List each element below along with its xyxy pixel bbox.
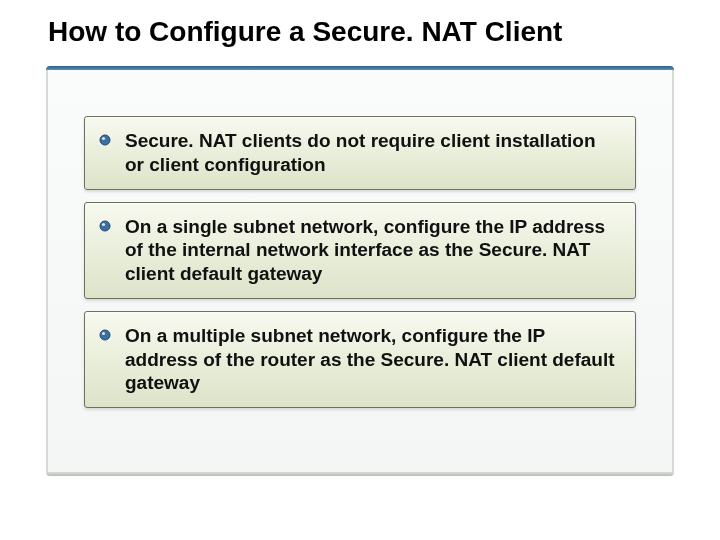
svg-point-1 — [102, 137, 105, 140]
svg-point-3 — [102, 222, 105, 225]
list-item-text: On a single subnet network, configure th… — [125, 216, 605, 285]
svg-point-0 — [100, 135, 110, 145]
bullet-icon — [99, 220, 111, 232]
slide: How to Configure a Secure. NAT Client Se… — [0, 0, 720, 540]
list-item: On a multiple subnet network, configure … — [84, 311, 636, 408]
list-item: Secure. NAT clients do not require clien… — [84, 116, 636, 190]
panel-border-left — [46, 70, 48, 472]
svg-point-5 — [102, 332, 105, 335]
list-item-text: On a multiple subnet network, configure … — [125, 325, 615, 394]
list-item-text: Secure. NAT clients do not require clien… — [125, 130, 596, 175]
svg-point-4 — [100, 330, 110, 340]
content-panel: Secure. NAT clients do not require clien… — [46, 66, 674, 476]
panel-border-right — [672, 70, 674, 472]
svg-point-2 — [100, 221, 110, 231]
bullet-list: Secure. NAT clients do not require clien… — [84, 116, 636, 420]
slide-title: How to Configure a Secure. NAT Client — [48, 16, 562, 48]
bullet-icon — [99, 329, 111, 341]
list-item: On a single subnet network, configure th… — [84, 202, 636, 299]
bullet-icon — [99, 134, 111, 146]
